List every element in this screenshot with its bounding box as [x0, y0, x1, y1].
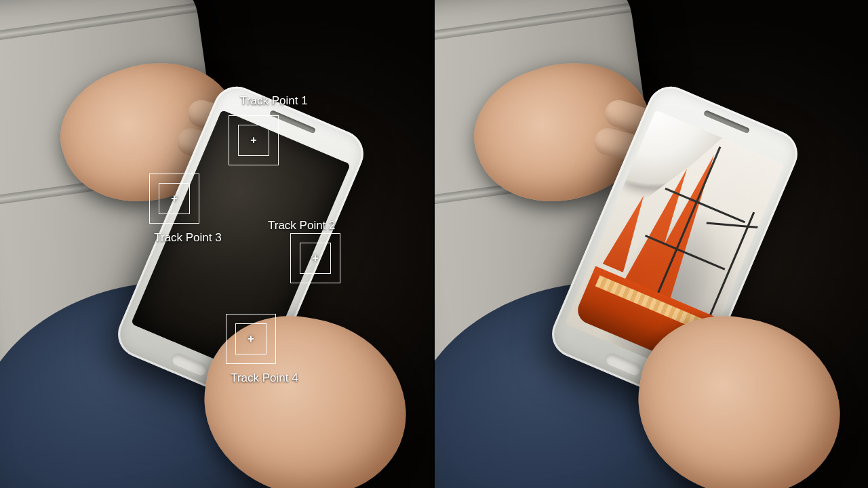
- artwork-spire: [618, 163, 701, 303]
- crosshair-icon: +: [250, 135, 256, 146]
- artwork-yardarm: [665, 187, 745, 223]
- track-point-label: Track Point 3: [154, 231, 222, 245]
- panel-after: [434, 0, 868, 488]
- track-point-label: Track Point 1: [240, 94, 308, 108]
- track-point-label: Track Point 4: [231, 371, 298, 385]
- crosshair-icon: +: [248, 333, 254, 344]
- artwork-mast: [648, 147, 721, 314]
- panel-before: + Track Point 1 + Track Point 2 + Track …: [0, 0, 434, 488]
- artwork-spire: [630, 148, 730, 320]
- panel-divider: [433, 0, 435, 488]
- crosshair-icon: +: [171, 193, 177, 204]
- track-point-label: Track Point 2: [268, 219, 336, 232]
- artwork-yardarm: [645, 235, 726, 270]
- artwork-spire: [603, 191, 654, 272]
- crosshair-icon: +: [312, 253, 318, 264]
- comparison-stage: + Track Point 1 + Track Point 2 + Track …: [0, 0, 868, 488]
